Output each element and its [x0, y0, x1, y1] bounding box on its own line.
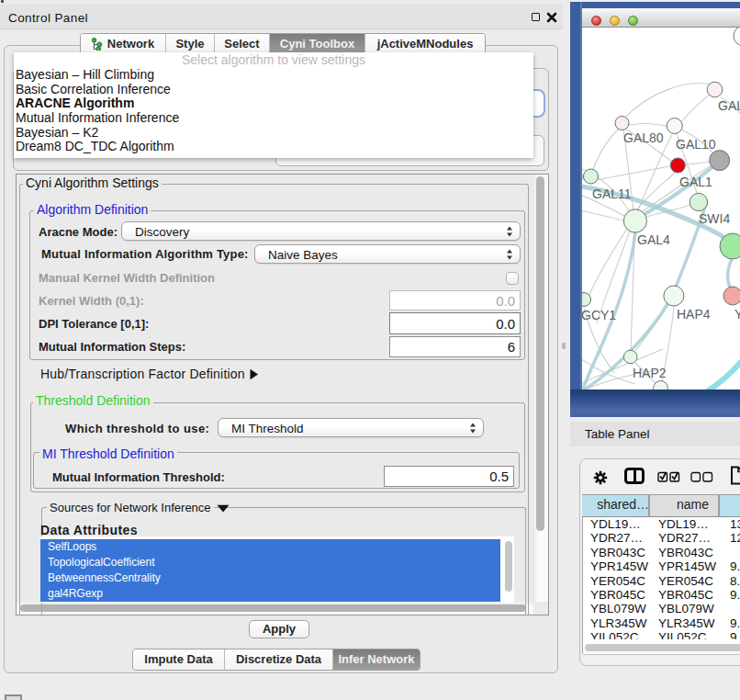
svg-text:GCY1: GCY1	[582, 308, 616, 322]
svg-text:GAL4: GAL4	[637, 232, 670, 247]
svg-text:HAP2: HAP2	[633, 366, 667, 380]
svg-text:SWI4: SWI4	[699, 211, 730, 226]
svg-text:GAL1: GAL1	[679, 175, 712, 189]
svg-text:Y: Y	[734, 307, 740, 322]
svg-text:HAP4: HAP4	[677, 307, 711, 322]
svg-text:GAL10: GAL10	[676, 137, 716, 152]
svg-text:GAL80: GAL80	[623, 130, 664, 145]
svg-text:GAL7: GAL7	[718, 98, 740, 113]
svg-text:GAL11: GAL11	[592, 186, 632, 201]
